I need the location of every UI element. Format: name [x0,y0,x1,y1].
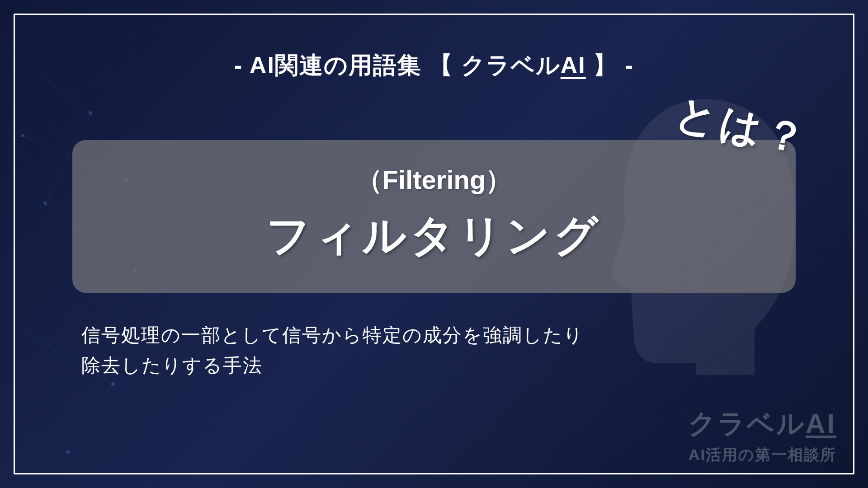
english-term: （Filtering） [99,163,769,198]
header-suffix: 】 - [586,52,634,78]
header-text: AI関連の用語集 【 クラベル [250,52,561,78]
header-ai: AI [561,52,586,78]
description: 信号処理の一部として信号から特定の成分を強調したり 除去したりする手法 [81,320,823,380]
term-box: とは？ （Filtering） フィルタリング [72,140,796,293]
japanese-term: フィルタリング [99,207,769,266]
description-line-2: 除去したりする手法 [81,350,823,380]
towa-label: とは？ [670,86,814,168]
description-line-1: 信号処理の一部として信号から特定の成分を強調したり [81,320,823,350]
header-prefix: - [234,52,250,78]
header-title: - AI関連の用語集 【 クラベルAI 】 - [45,50,823,81]
content-container: - AI関連の用語集 【 クラベルAI 】 - とは？ （Filtering） … [0,0,868,488]
